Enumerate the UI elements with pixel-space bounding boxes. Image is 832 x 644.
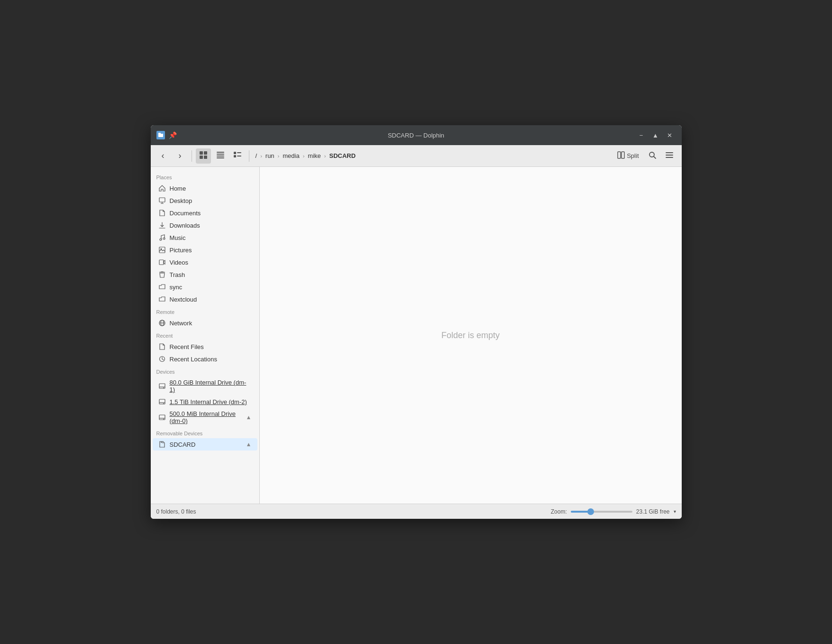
pictures-icon (158, 246, 166, 254)
sidebar-item-trash-label: Trash (170, 271, 185, 278)
svg-rect-9 (217, 156, 224, 156)
svg-rect-7 (217, 152, 224, 153)
split-label: Split (627, 152, 639, 159)
breadcrumb-mike[interactable]: mike (305, 151, 323, 161)
music-icon (158, 234, 166, 241)
sidebar-item-music[interactable]: Music (153, 231, 257, 244)
back-icon: ‹ (162, 151, 165, 161)
sidebar-item-dm1[interactable]: 80.0 GiB Internal Drive (dm-1) (153, 377, 257, 396)
toolbar-right: Split (613, 148, 677, 164)
close-button[interactable]: ✕ (664, 129, 676, 141)
sidebar-item-pictures-label: Pictures (170, 247, 192, 254)
breadcrumb-sdcard[interactable]: SDCARD (327, 151, 358, 161)
forward-button[interactable]: › (173, 148, 188, 164)
view-details-button[interactable] (230, 148, 245, 164)
sidebar-item-network[interactable]: Network (153, 317, 257, 329)
drive-dm0-icon (158, 414, 166, 421)
titlebar-left: 📌 (156, 131, 177, 139)
sidebar-item-downloads-label: Downloads (170, 222, 200, 229)
sidebar-item-sdcard[interactable]: SDCARD ▲ (153, 438, 257, 451)
main-content: Places Home Desktop Documents (151, 167, 682, 504)
empty-folder-message: Folder is empty (441, 331, 500, 340)
split-icon (617, 151, 625, 160)
search-button[interactable] (645, 148, 660, 164)
zoom-slider[interactable] (571, 511, 632, 513)
sidebar-item-dm2-label: 1.5 TiB Internal Drive (dm-2) (170, 398, 247, 405)
sidebar-item-trash[interactable]: Trash (153, 268, 257, 281)
svg-rect-22 (159, 198, 165, 202)
svg-rect-39 (159, 399, 165, 404)
sidebar-item-music-label: Music (170, 234, 186, 241)
sidebar-item-documents[interactable]: Documents (153, 207, 257, 219)
app-icon (156, 131, 165, 139)
sidebar-section-removable: Removable Devices (151, 427, 259, 438)
main-window: 📌 SDCARD — Dolphin − ▲ ✕ ‹ › (151, 125, 682, 519)
forward-icon: › (179, 151, 182, 161)
maximize-button[interactable]: ▲ (649, 129, 662, 141)
svg-rect-13 (234, 155, 236, 157)
svg-rect-11 (234, 152, 236, 154)
network-icon (158, 319, 166, 327)
eject-sdcard-button[interactable]: ▲ (246, 441, 252, 448)
svg-point-41 (163, 403, 164, 404)
documents-icon (158, 209, 166, 217)
titlebar-controls: − ▲ ✕ (635, 129, 676, 141)
sidebar-item-recent-files[interactable]: Recent Files (153, 340, 257, 353)
view-compact-button[interactable] (213, 148, 228, 164)
svg-rect-16 (622, 152, 624, 158)
svg-rect-14 (237, 156, 241, 156)
sidebar: Places Home Desktop Documents (151, 167, 260, 504)
drive-dm2-icon (158, 398, 166, 405)
sync-folder-icon (158, 283, 166, 291)
svg-rect-1 (158, 134, 163, 137)
svg-rect-12 (237, 152, 241, 153)
zoom-label: Zoom: (551, 508, 567, 515)
eject-dm0-button[interactable]: ▲ (246, 414, 252, 421)
sidebar-item-desktop-label: Desktop (170, 197, 192, 204)
menu-button[interactable] (662, 148, 677, 164)
svg-rect-4 (204, 151, 207, 155)
recent-locations-icon (158, 355, 166, 363)
sidebar-section-devices: Devices (151, 365, 259, 377)
back-button[interactable]: ‹ (155, 148, 171, 164)
sidebar-item-sync[interactable]: sync (153, 281, 257, 293)
sidebar-item-dm2[interactable]: 1.5 TiB Internal Drive (dm-2) (153, 396, 257, 408)
statusbar-right: Zoom: 23.1 GiB free ▾ (551, 508, 676, 515)
breadcrumb-root[interactable]: / (253, 151, 260, 161)
split-button[interactable]: Split (613, 149, 642, 162)
free-space-label: 23.1 GiB free (636, 508, 670, 515)
breadcrumb-media[interactable]: media (280, 151, 302, 161)
sidebar-item-dm0[interactable]: 500.0 MiB Internal Drive (dm-0) ▲ (153, 408, 257, 427)
sidebar-item-nextcloud-label: Nextcloud (170, 296, 197, 303)
sidebar-item-recent-locations-label: Recent Locations (170, 356, 217, 363)
sidebar-item-dm0-label: 500.0 MiB Internal Drive (dm-0) (170, 410, 242, 424)
minimize-button[interactable]: − (635, 129, 648, 141)
sidebar-item-videos-label: Videos (170, 259, 189, 266)
sidebar-item-recent-locations[interactable]: Recent Locations (153, 353, 257, 365)
sidebar-item-recent-files-label: Recent Files (170, 343, 204, 350)
svg-rect-15 (618, 152, 621, 158)
breadcrumb-arrow-3: › (303, 153, 305, 159)
svg-rect-30 (159, 260, 164, 265)
toolbar-separator-2 (249, 150, 249, 162)
sidebar-item-nextcloud[interactable]: Nextcloud (153, 293, 257, 305)
breadcrumb-run[interactable]: run (263, 151, 277, 161)
nextcloud-icon (158, 295, 166, 303)
sidebar-item-pictures[interactable]: Pictures (153, 244, 257, 256)
sidebar-section-remote: Remote (151, 305, 259, 317)
sidebar-item-desktop[interactable]: Desktop (153, 194, 257, 207)
breadcrumb-arrow-4: › (324, 153, 326, 159)
view-icons-button[interactable] (196, 148, 211, 164)
svg-rect-3 (200, 151, 203, 155)
svg-rect-42 (159, 415, 165, 420)
file-area: Folder is empty (260, 167, 682, 504)
svg-point-38 (163, 387, 164, 388)
search-icon (648, 151, 657, 161)
sidebar-item-downloads[interactable]: Downloads (153, 219, 257, 231)
svg-rect-6 (204, 156, 207, 159)
sidebar-item-home[interactable]: Home (153, 182, 257, 194)
hamburger-icon (665, 151, 674, 161)
toolbar-separator-1 (192, 150, 192, 162)
sidebar-item-videos[interactable]: Videos (153, 256, 257, 268)
free-space-chevron[interactable]: ▾ (674, 509, 676, 514)
